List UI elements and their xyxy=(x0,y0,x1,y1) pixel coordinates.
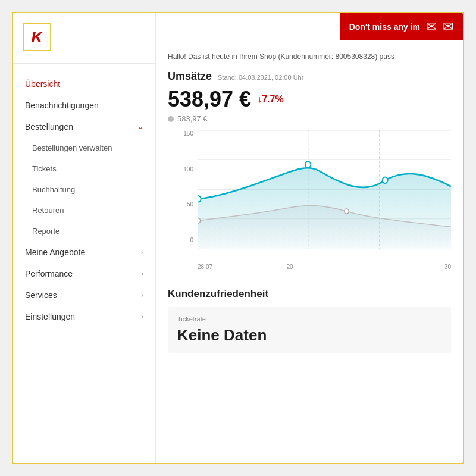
sidebar-item-label: Services xyxy=(25,290,57,300)
kundenzufriedenheit-title: Kundenzufriedenheit xyxy=(168,288,451,300)
main-content: Don't miss any im ✉ ✉ Hallo! Das ist heu… xyxy=(156,13,463,463)
ticketrate-label: Ticketrate xyxy=(177,315,441,322)
banner-text: Don't miss any im xyxy=(349,22,420,32)
sidebar-item-label: Buchhaltung xyxy=(32,185,75,194)
sidebar-item-label: Reporte xyxy=(32,227,60,236)
chart-container xyxy=(198,130,451,249)
sidebar-item-label: Bestellungen xyxy=(25,122,73,131)
chart-point-1 xyxy=(198,196,201,202)
umsaetze-section: Umsätze Stand: 04.08.2021, 02:00 Uhr 538… xyxy=(168,70,451,123)
top-banner[interactable]: Don't miss any im ✉ ✉ xyxy=(340,13,463,40)
logo-icon: K xyxy=(32,28,43,46)
x-label-30: 30 xyxy=(444,264,451,270)
sidebar-item-ubersicht[interactable]: Übersicht xyxy=(13,73,155,95)
sidebar-item-reporte[interactable]: Reporte xyxy=(13,221,155,242)
chart-point-grey-1 xyxy=(198,218,201,223)
shop-link[interactable]: Ihrem Shop xyxy=(239,52,276,61)
greeting-text-after: (Kundennummer: 8005308328) pass xyxy=(276,52,394,61)
sidebar-item-label: Benachrichtigungen xyxy=(25,101,99,110)
umsaetze-prev: 583,97 € xyxy=(168,114,451,123)
sidebar-item-einstellungen[interactable]: Einstellungen › xyxy=(13,306,155,327)
umsaetze-subtitle: Stand: 04.08.2021, 02:00 Uhr xyxy=(218,74,303,81)
sidebar: K Übersicht Benachrichtigungen Bestellun… xyxy=(13,13,156,463)
sidebar-item-services[interactable]: Services › xyxy=(13,284,155,306)
x-label-20: 20 xyxy=(286,264,293,270)
sidebar-item-retouren[interactable]: Retouren xyxy=(13,200,155,221)
keine-daten-value: Keine Daten xyxy=(177,326,441,345)
greeting-bar: Hallo! Das ist heute in Ihrem Shop (Kund… xyxy=(168,52,451,61)
sidebar-item-label: Tickets xyxy=(32,164,57,173)
greeting-text-before: Hallo! Das ist heute in xyxy=(168,52,239,61)
grey-dot-icon xyxy=(168,116,174,122)
sidebar-item-label: Retouren xyxy=(32,206,64,215)
prev-value: 583,97 € xyxy=(177,114,208,123)
envelope-icon-1: ✉ xyxy=(426,19,437,35)
sidebar-logo-area: K xyxy=(13,13,155,64)
chart-point-grey-2 xyxy=(345,209,349,214)
sidebar-item-tickets[interactable]: Tickets xyxy=(13,158,155,179)
y-label-150: 150 xyxy=(177,130,193,137)
x-label-2807: 28.07 xyxy=(198,264,212,270)
chevron-right-icon: › xyxy=(141,270,143,278)
sidebar-item-label: Performance xyxy=(25,269,73,278)
umsaetze-change: ↓7.7% xyxy=(257,94,283,105)
envelope-icon-2: ✉ xyxy=(443,19,453,35)
kundenzufriedenheit-section: Kundenzufriedenheit Ticketrate Keine Dat… xyxy=(168,288,451,353)
chevron-down-icon: ⌄ xyxy=(137,123,143,131)
content-area: Hallo! Das ist heute in Ihrem Shop (Kund… xyxy=(156,13,463,463)
umsaetze-title: Umsätze xyxy=(168,70,212,83)
sidebar-navigation: Übersicht Benachrichtigungen Bestellunge… xyxy=(13,64,155,463)
logo: K xyxy=(23,23,51,51)
chart-point-2 xyxy=(305,161,311,167)
umsaetze-value-row: 538,97 € ↓7.7% xyxy=(168,87,451,112)
chevron-right-icon: › xyxy=(141,312,143,321)
sidebar-item-label: Bestellungen verwalten xyxy=(32,143,112,152)
chart-wrapper: 150 100 50 0 xyxy=(192,130,451,270)
sidebar-item-buchhaltung[interactable]: Buchhaltung xyxy=(13,179,155,200)
y-label-50: 50 xyxy=(177,201,193,208)
sidebar-item-meine-angebote[interactable]: Meine Angebote › xyxy=(13,242,155,263)
chevron-right-icon: › xyxy=(141,248,143,256)
sidebar-item-label: Übersicht xyxy=(25,79,60,89)
y-label-0: 0 xyxy=(177,237,193,243)
chart-svg xyxy=(198,130,451,249)
kundenzufriedenheit-card: Ticketrate Keine Daten xyxy=(168,307,451,353)
sidebar-item-benachrichtigungen[interactable]: Benachrichtigungen xyxy=(13,95,155,116)
chart-point-3 xyxy=(383,177,388,183)
umsaetze-value: 538,97 € xyxy=(168,87,251,112)
sidebar-item-performance[interactable]: Performance › xyxy=(13,263,155,284)
arrow-down-icon: ↓ xyxy=(257,94,262,104)
change-value: 7.7% xyxy=(262,94,283,104)
sidebar-item-label: Meine Angebote xyxy=(25,248,85,257)
sidebar-item-bestellungen[interactable]: Bestellungen ⌄ xyxy=(13,116,155,137)
app-container: K Übersicht Benachrichtigungen Bestellun… xyxy=(12,12,464,464)
chevron-right-icon: › xyxy=(141,291,143,299)
sidebar-item-bestellungen-verwalten[interactable]: Bestellungen verwalten xyxy=(13,137,155,158)
sidebar-item-label: Einstellungen xyxy=(25,312,75,321)
y-label-100: 100 xyxy=(177,166,193,173)
